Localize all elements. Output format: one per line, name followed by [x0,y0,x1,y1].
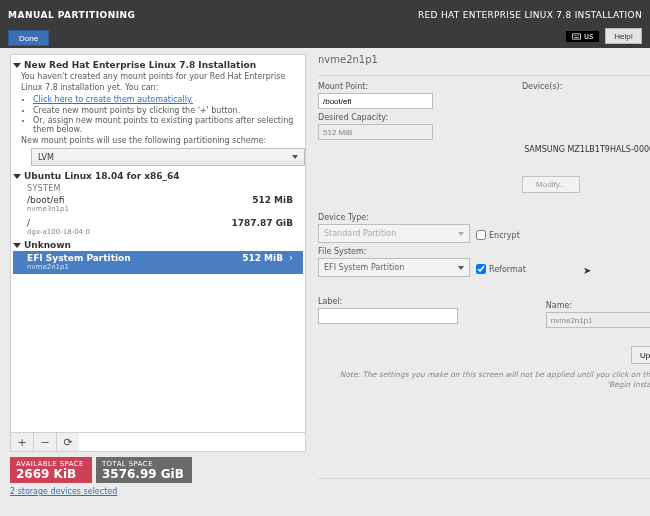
size: 512 MiB [252,195,293,205]
keyboard-layout: us [584,32,593,41]
section-ubuntu[interactable]: Ubuntu Linux 18.04 for x86_64 [13,170,303,182]
product-name: RED HAT ENTERPRISE LINUX 7.8 INSTALLATIO… [418,10,642,20]
desired-label: Desired Capacity: [318,113,502,122]
label-label: Label: [318,297,526,306]
section-title: New Red Hat Enterprise Linux 7.8 Install… [24,60,256,70]
bullet: Or, assign new mount points to existing … [33,116,303,134]
section-new-install[interactable]: New Red Hat Enterprise Linux 7.8 Install… [13,59,303,71]
reformat-checkbox[interactable] [476,264,486,274]
bullet: Create new mount points by clicking the … [33,106,303,115]
group-label: SYSTEM [13,184,303,193]
total-space: TOTAL SPACE 3576.99 GiB [96,457,192,483]
mount-input[interactable] [318,93,433,109]
settings-note: Note: The settings you make on this scre… [318,370,650,390]
table-row[interactable]: / dgx-a100-18-04:0 1787.87 GiB [13,216,303,239]
chevron-down-icon [13,243,21,248]
keyboard-indicator[interactable]: us [566,31,599,42]
help-button[interactable]: Help! [605,28,642,44]
table-row[interactable]: /boot/efi nvme3n1p1 512 MiB [13,193,303,216]
mount-name: /boot/efi [27,195,69,205]
chevron-down-icon [458,266,464,270]
label-input[interactable] [318,308,458,324]
desired-input [318,124,433,140]
size: 512 MiB [242,253,283,263]
fs-value: EFI System Partition [324,263,404,272]
page-title: MANUAL PARTITIONING [8,10,136,20]
available-space: AVAILABLE SPACE 2669 KiB [10,457,92,483]
device-sub: dgx-a100-18-04:0 [27,228,90,236]
partition-tree: New Red Hat Enterprise Linux 7.8 Install… [10,54,306,452]
mount-name: EFI System Partition [27,253,131,263]
svg-rect-5 [578,35,579,36]
svg-rect-6 [574,37,579,38]
space-summary: AVAILABLE SPACE 2669 KiB TOTAL SPACE 357… [10,457,306,483]
add-button[interactable]: + [11,433,34,451]
chevron-down-icon [13,63,21,68]
selected-device-title: nvme2n1p1 [318,54,650,65]
modify-button: Modify... [522,176,580,193]
reload-button[interactable]: ⟳ [57,433,79,451]
svg-rect-4 [577,35,578,36]
encrypt-check[interactable]: Encrypt [476,230,520,240]
dtype-select: Standard Partition [318,224,470,243]
chevron-right-icon: › [289,253,293,263]
section-unknown[interactable]: Unknown [13,239,303,251]
device-sub: nvme2n1p1 [27,263,131,271]
dtype-value: Standard Partition [324,229,396,238]
divider [318,478,650,479]
value: 2669 KiB [16,468,84,480]
fs-select[interactable]: EFI System Partition [318,258,470,277]
chevron-down-icon [458,232,464,236]
intro-text: You haven't created any mount points for… [13,71,303,93]
scheme-label: New mount points will use the following … [13,136,303,145]
fs-label: File System: [318,247,526,256]
size: 1787.87 GiB [232,218,293,228]
device-text: SAMSUNG MZ1LB1T9HALS-00007 (nvme2n1) [522,145,650,154]
keyboard-icon [572,32,581,41]
svg-rect-2 [574,35,575,36]
scheme-value: LVM [38,153,54,162]
section-title: Ubuntu Linux 18.04 for x86_64 [24,171,180,181]
reformat-check[interactable]: Reformat [476,264,526,274]
svg-rect-3 [575,35,576,36]
chevron-down-icon [292,155,298,159]
remove-button[interactable]: − [34,433,57,451]
mount-label: Mount Point: [318,82,502,91]
done-button[interactable]: Done [8,30,49,46]
topbar: MANUAL PARTITIONING RED HAT ENTERPRISE L… [0,0,650,30]
device-sub: nvme3n1p1 [27,205,69,213]
name-input [546,312,650,328]
reformat-label: Reformat [489,265,526,274]
table-row-selected[interactable]: EFI System Partition nvme2n1p1 512 MiB › [13,251,303,274]
svg-rect-1 [573,34,581,39]
mount-name: / [27,218,90,228]
update-settings-button[interactable]: Update Settings [631,346,650,364]
dtype-label: Device Type: [318,213,526,222]
name-label: Name: [546,301,650,310]
value: 3576.99 GiB [102,468,184,480]
devices-label: Device(s): [522,82,650,91]
auto-create-link[interactable]: Click here to create them automatically. [33,95,193,104]
storage-devices-link[interactable]: 2 storage devices selected [10,487,306,496]
encrypt-checkbox[interactable] [476,230,486,240]
encrypt-label: Encrypt [489,231,520,240]
scheme-select[interactable]: LVM [31,148,305,166]
divider [318,75,650,76]
section-title: Unknown [24,240,71,250]
chevron-down-icon [13,174,21,179]
